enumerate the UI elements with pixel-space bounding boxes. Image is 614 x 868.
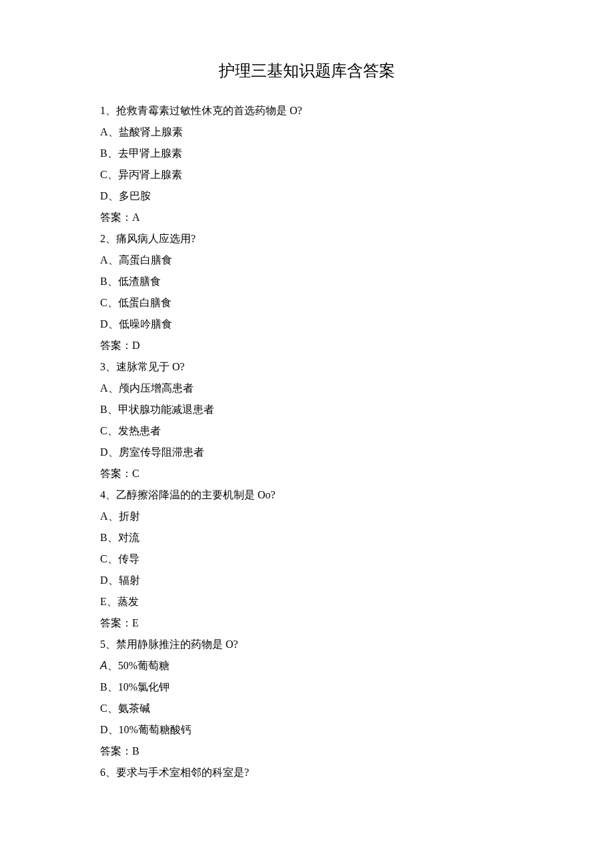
question-stem: 4、乙醇擦浴降温的的主要机制是 Oo?: [100, 484, 514, 506]
question-answer: 答案：E: [100, 612, 514, 634]
question-stem: 6、要求与手术室相邻的科室是?: [100, 762, 514, 783]
question-option: A、颅内压增高患者: [100, 378, 514, 399]
question-option: C、发热患者: [100, 420, 514, 442]
question-answer: 答案：C: [100, 463, 514, 484]
question-option: D、低噪吟膳食: [100, 314, 514, 335]
question-option: B、低渣膳食: [100, 271, 514, 292]
question-stem: 1、抢救青霉素过敏性休克的首选药物是 O?: [100, 100, 514, 121]
question-option: B、去甲肾上腺素: [100, 143, 514, 164]
question-option: B、对流: [100, 527, 514, 548]
question-option: C、传导: [100, 548, 514, 570]
question-option: A、高蛋白膳食: [100, 250, 514, 271]
question-option: A、折射: [100, 506, 514, 527]
question-answer: 答案：B: [100, 741, 514, 762]
question-option: C、氨茶碱: [100, 698, 514, 719]
question-option: B、10%氯化钾: [100, 677, 514, 698]
question-answer: 答案：A: [100, 207, 514, 228]
question-option: D、多巴胺: [100, 185, 514, 207]
question-stem: 5、禁用静脉推注的药物是 O?: [100, 634, 514, 655]
question-option: A、50%葡萄糖: [100, 655, 514, 677]
question-option: D、10%葡萄糖酸钙: [100, 719, 514, 741]
question-option: C、低蛋白膳食: [100, 292, 514, 314]
option-prefix: A: [100, 660, 107, 671]
question-option: C、异丙肾上腺素: [100, 164, 514, 185]
question-option: B、甲状腺功能减退患者: [100, 399, 514, 420]
question-stem: 2、痛风病人应选用?: [100, 228, 514, 250]
question-stem: 3、速脉常见于 O?: [100, 356, 514, 378]
page-title: 护理三基知识题库含答案: [100, 60, 514, 81]
question-answer: 答案：D: [100, 335, 514, 356]
question-option: A、盐酸肾上腺素: [100, 121, 514, 143]
question-option: D、辐射: [100, 570, 514, 591]
question-option: E、蒸发: [100, 591, 514, 612]
option-rest: 、50%葡萄糖: [107, 660, 170, 671]
question-option: D、房室传导阻滞患者: [100, 442, 514, 463]
